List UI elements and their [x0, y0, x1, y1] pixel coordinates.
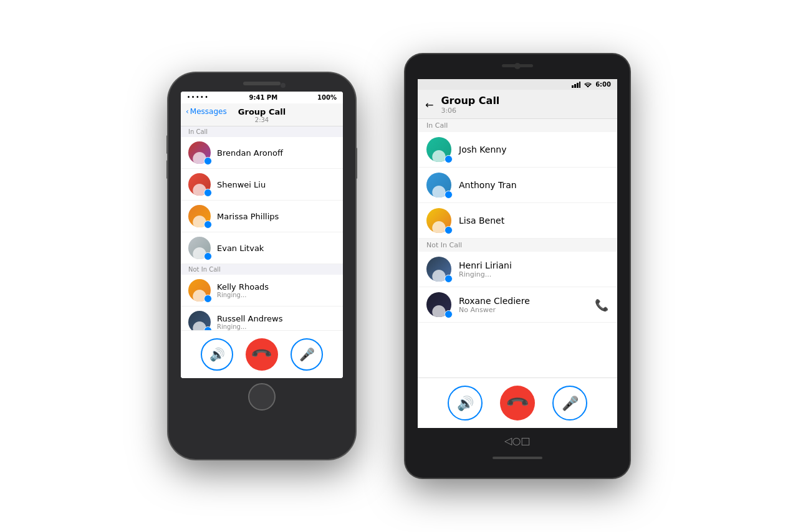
- contact-name: Henri Liriani: [459, 260, 512, 270]
- contact-name: Lisa Benet: [459, 216, 504, 226]
- messenger-badge-icon: [445, 226, 453, 234]
- iphone-status-bar: ••••• 9:41 PM 100%: [181, 92, 343, 103]
- contact-name: Brendan Aronoff: [217, 148, 283, 158]
- android-bottom-bar: [493, 457, 542, 459]
- android-device: 6:00 ← Group Call 3:06 In Call Josh Kenn…: [405, 54, 630, 478]
- chevron-left-icon: ‹: [186, 107, 189, 116]
- mute-button[interactable]: 🎤: [552, 386, 587, 420]
- android-speaker: [502, 64, 533, 67]
- iphone-vol-down-btn: [166, 160, 168, 179]
- mute-button[interactable]: 🎤: [291, 338, 323, 371]
- iphone-home-button[interactable]: [248, 383, 276, 411]
- signal-icon: [572, 82, 580, 88]
- messenger-badge-icon: [204, 295, 212, 303]
- iphone-contact-list: In Call Brendan Aronoff Shenwei Liu: [181, 126, 343, 330]
- iphone-speaker: [243, 82, 281, 85]
- avatar: [426, 137, 451, 162]
- iphone-device: ••••• 9:41 PM 100% ‹ Messages Group Call…: [168, 73, 355, 459]
- contact-name: Kelly Rhoads: [217, 282, 269, 292]
- speaker-button[interactable]: 🔊: [448, 386, 483, 420]
- iphone-nav-title: Group Call: [238, 107, 286, 116]
- list-item[interactable]: Brendan Aronoff: [181, 137, 343, 169]
- iphone-vol-up-btn: [166, 135, 168, 154]
- list-item[interactable]: Anthony Tran: [418, 168, 617, 203]
- avatar: [188, 311, 211, 330]
- wifi-icon: [584, 82, 592, 88]
- contact-name: Shenwei Liu: [217, 180, 266, 189]
- svg-rect-2: [577, 83, 579, 88]
- android-nav-texts: Group Call 3:06: [441, 95, 499, 115]
- call-icon[interactable]: 📞: [595, 298, 608, 311]
- messenger-badge-icon: [445, 310, 453, 318]
- android-status-bar: 6:00: [418, 79, 617, 90]
- messenger-badge-icon: [204, 221, 212, 229]
- iphone-in-call-header: In Call: [181, 126, 343, 137]
- avatar: [188, 279, 211, 302]
- messenger-badge-icon: [445, 155, 453, 163]
- messenger-badge-icon: [445, 275, 453, 283]
- iphone-nav-subtitle: 2:34: [255, 116, 269, 123]
- svg-rect-1: [574, 84, 576, 88]
- end-call-button[interactable]: 📞: [239, 331, 285, 378]
- iphone-back-button[interactable]: ‹ Messages: [186, 107, 227, 116]
- contact-status: Ringing...: [459, 270, 512, 278]
- iphone-screen: ••••• 9:41 PM 100% ‹ Messages Group Call…: [181, 92, 343, 378]
- iphone-side-btn: [355, 148, 357, 179]
- messenger-badge-icon: [204, 326, 212, 330]
- list-item[interactable]: Henri Liriani Ringing...: [418, 252, 617, 287]
- list-item[interactable]: Roxane Clediere No Answer 📞: [418, 287, 617, 323]
- messenger-badge-icon: [204, 252, 212, 260]
- avatar: [188, 205, 211, 227]
- contact-name: Josh Kenny: [459, 145, 506, 154]
- android-nav-title: Group Call: [441, 95, 499, 107]
- contact-name: Marissa Phillips: [217, 212, 279, 221]
- list-item[interactable]: Josh Kenny: [418, 132, 617, 168]
- iphone-back-label[interactable]: Messages: [190, 107, 227, 116]
- list-item[interactable]: Kelly Rhoads Ringing...: [181, 275, 343, 306]
- list-item[interactable]: Shenwei Liu: [181, 169, 343, 201]
- list-item[interactable]: Russell Andrews Ringing...: [181, 306, 343, 330]
- list-item[interactable]: Lisa Benet: [418, 203, 617, 239]
- android-back-nav-icon[interactable]: ◁: [504, 435, 512, 447]
- messenger-badge-icon: [445, 191, 453, 199]
- speaker-button[interactable]: 🔊: [201, 338, 233, 371]
- android-not-in-call-header: Not In Call: [418, 239, 617, 252]
- avatar: [426, 257, 451, 282]
- iphone-call-controls: 🔊 📞 🎤: [181, 330, 343, 378]
- iphone-not-in-call-header: Not In Call: [181, 264, 343, 275]
- messenger-badge-icon: [204, 157, 212, 165]
- svg-rect-3: [579, 82, 580, 88]
- iphone-time: 9:41 PM: [249, 94, 278, 101]
- iphone-signal-dots: •••••: [187, 95, 209, 100]
- android-home-icon[interactable]: ○: [512, 435, 521, 447]
- messenger-badge-icon: [204, 189, 212, 197]
- list-item[interactable]: Marissa Phillips: [181, 201, 343, 232]
- android-screen: 6:00 ← Group Call 3:06 In Call Josh Kenn…: [418, 79, 617, 428]
- android-recent-apps-icon[interactable]: □: [521, 435, 531, 447]
- end-call-button[interactable]: 📞: [493, 378, 542, 427]
- android-time: 6:00: [595, 81, 611, 88]
- avatar: [426, 292, 451, 317]
- contact-name: Evan Litvak: [217, 244, 264, 253]
- avatar: [426, 173, 451, 197]
- svg-rect-0: [572, 85, 574, 88]
- contact-status: Ringing...: [217, 323, 282, 330]
- android-nav-bar: ← Group Call 3:06: [418, 90, 617, 119]
- iphone-nav-bar: ‹ Messages Group Call 2:34: [181, 103, 343, 126]
- contact-status: No Answer: [459, 306, 530, 314]
- contact-name: Anthony Tran: [459, 180, 517, 190]
- avatar: [188, 237, 211, 259]
- android-nav-buttons: ◁ ○ □: [486, 428, 549, 453]
- android-in-call-header: In Call: [418, 119, 617, 132]
- contact-name: Roxane Clediere: [459, 296, 530, 306]
- iphone-camera: [281, 83, 286, 88]
- avatar: [188, 173, 211, 196]
- android-contact-list: In Call Josh Kenny Anthony Tran: [418, 119, 617, 378]
- android-back-button[interactable]: ←: [425, 99, 433, 111]
- svg-point-4: [587, 85, 589, 87]
- android-call-controls: 🔊 📞 🎤: [418, 378, 617, 428]
- list-item[interactable]: Evan Litvak: [181, 232, 343, 264]
- contact-name: Russell Andrews: [217, 314, 282, 323]
- avatar: [188, 141, 211, 164]
- avatar: [426, 208, 451, 233]
